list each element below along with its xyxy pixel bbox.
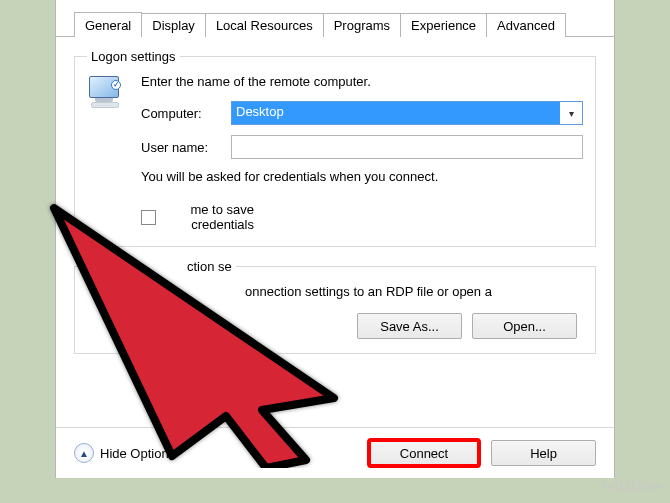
username-label: User name:: [141, 140, 231, 155]
chevron-down-icon[interactable]: ▾: [560, 102, 582, 124]
connection-legend: ction se: [87, 259, 236, 274]
chevron-up-icon: ▲: [74, 443, 94, 463]
help-button[interactable]: Help: [491, 440, 596, 466]
logon-settings-group: Logon settings ✓ Enter the name of the r…: [74, 49, 596, 247]
hide-options-toggle[interactable]: ▲ Hide Options: [74, 443, 175, 463]
computer-value: Desktop: [232, 102, 560, 124]
connection-text: onnection settings to an RDP file or ope…: [87, 284, 583, 299]
tab-general[interactable]: General: [74, 12, 142, 36]
tab-strip: General Display Local Resources Programs…: [56, 0, 614, 37]
computer-icon: ✓: [87, 74, 129, 112]
rdc-dialog: General Display Local Resources Programs…: [55, 0, 615, 478]
dialog-footer: ▲ Hide Options Connect Help: [56, 427, 614, 478]
connection-settings-group: ction se onnection settings to an RDP fi…: [74, 259, 596, 354]
computer-combobox[interactable]: Desktop ▾: [231, 101, 583, 125]
hide-options-label: Hide Options: [100, 446, 175, 461]
watermark: wikiHow: [602, 477, 662, 495]
allow-save-checkbox[interactable]: [141, 210, 156, 225]
save-as-button[interactable]: Save As...: [357, 313, 462, 339]
general-panel: Logon settings ✓ Enter the name of the r…: [56, 37, 614, 427]
computer-label: Computer:: [141, 106, 231, 121]
connect-button[interactable]: Connect: [369, 440, 479, 466]
tab-programs[interactable]: Programs: [323, 13, 401, 37]
open-button[interactable]: Open...: [472, 313, 577, 339]
username-input[interactable]: [231, 135, 583, 159]
tab-display[interactable]: Display: [141, 13, 206, 37]
tab-experience[interactable]: Experience: [400, 13, 487, 37]
allow-save-label: me to save credentials: [164, 202, 254, 232]
credentials-hint: You will be asked for credentials when y…: [141, 169, 583, 184]
logon-legend: Logon settings: [87, 49, 180, 64]
tab-local-resources[interactable]: Local Resources: [205, 13, 324, 37]
logon-instruction: Enter the name of the remote computer.: [141, 74, 583, 89]
tab-advanced[interactable]: Advanced: [486, 13, 566, 37]
